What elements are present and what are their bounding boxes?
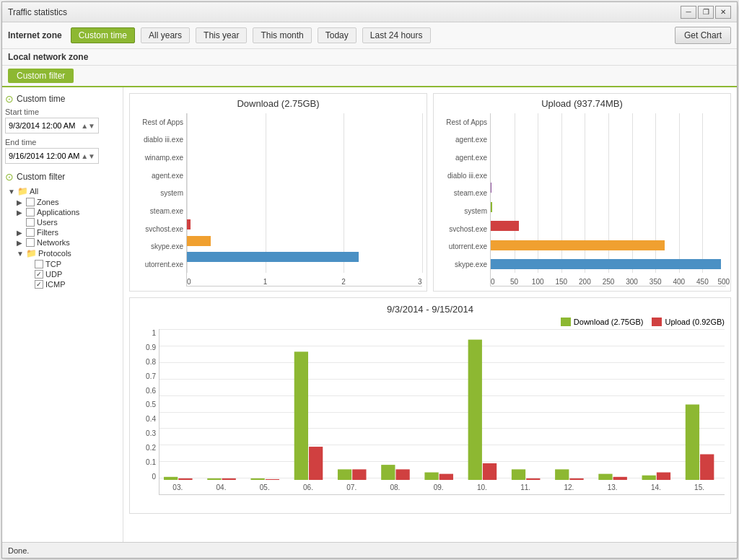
- upload-bar-utorrent: [491, 240, 665, 250]
- download-bar-04.: [207, 478, 221, 480]
- tree-label-users: Users: [37, 218, 58, 227]
- arrow-protocols: ▼: [17, 250, 24, 258]
- sidebar: ⊙ Custom time Start time 9/3/2014 12:00 …: [2, 87, 123, 542]
- start-time-input[interactable]: 9/3/2014 12:00 AM ▲▼: [5, 118, 99, 134]
- tree-item-applications[interactable]: ▶ Applications: [17, 207, 120, 217]
- download-bar-09.: [424, 473, 438, 480]
- svg-text:15.: 15.: [694, 484, 704, 491]
- tree-item-protocols[interactable]: ▼ 📁 Protocols: [17, 248, 120, 259]
- download-x-2: 2: [341, 278, 346, 286]
- download-chart-panel: Download (2.75GB) Rest of Apps diablo ii…: [129, 93, 427, 292]
- tree-item-all[interactable]: ▼ 📁 All: [8, 185, 120, 197]
- tree-item-icmp[interactable]: ✓ ICMP: [25, 279, 120, 289]
- arrow-all: ▼: [8, 188, 15, 196]
- upload-chart-body: Rest of Apps agent.exe agent.exe diablo …: [438, 113, 726, 286]
- tree-item-zones[interactable]: ▶ Zones: [17, 197, 120, 207]
- download-grid-1: [266, 113, 266, 273]
- tree-item-tcp[interactable]: TCP: [25, 259, 120, 269]
- legend-upload: Upload (0.92GB): [652, 318, 725, 326]
- custom-time-section: ⊙ Custom time Start time 9/3/2014 12:00 …: [5, 93, 120, 164]
- tree-item-networks[interactable]: ▶ Networks: [17, 237, 120, 248]
- tab-today[interactable]: Today: [318, 27, 357, 43]
- download-x-3: 3: [418, 278, 422, 286]
- checkbox-applications[interactable]: [26, 208, 35, 216]
- download-bar-14.: [642, 476, 656, 480]
- collapse-icon[interactable]: ⊙: [5, 93, 14, 105]
- download-x-0: 0: [187, 278, 191, 286]
- tab-this-year[interactable]: This year: [196, 27, 247, 43]
- download-bar-area: 0 1 2 3: [186, 113, 422, 286]
- upload-bar-15.: [700, 454, 714, 480]
- svg-text:09.: 09.: [434, 484, 444, 491]
- tab-last-24-hours[interactable]: Last 24 hours: [362, 27, 431, 43]
- tab-custom-time[interactable]: Custom time: [71, 27, 135, 43]
- download-grid-2: [344, 113, 344, 273]
- upload-bar-12.: [569, 478, 583, 480]
- filter-collapse-icon[interactable]: ⊙: [5, 171, 14, 183]
- download-bar-svchost: [187, 219, 191, 229]
- checkbox-tcp[interactable]: [35, 260, 43, 268]
- end-time-input[interactable]: 9/16/2014 12:00 AM ▲▼: [5, 148, 99, 164]
- tab-this-month[interactable]: This month: [253, 27, 311, 43]
- checkbox-icmp[interactable]: ✓: [35, 280, 43, 289]
- upload-x-100: 100: [532, 278, 544, 286]
- legend-download-label: Download (2.75GB): [574, 318, 644, 326]
- vbar-chart-wrap: 1 0.9 0.8 0.7 0.6 0.5 0.4 0.3 0.2 0.1 0: [136, 329, 725, 495]
- download-bar-utorrent: [187, 252, 359, 262]
- chart-legend: Download (2.75GB) Upload (0.92GB): [136, 318, 725, 326]
- arrow-zones: ▶: [17, 198, 24, 206]
- download-grid-0: [187, 113, 188, 273]
- status-text: Done.: [8, 546, 29, 555]
- download-bar-08.: [381, 465, 395, 480]
- svg-text:12.: 12.: [564, 484, 574, 491]
- svg-text:05.: 05.: [260, 484, 270, 491]
- upload-bar-09.: [440, 474, 453, 480]
- main-window: Traffic statistics ─ ❐ ✕ Internet zone C…: [1, 1, 738, 559]
- main-content: ⊙ Custom time Start time 9/3/2014 12:00 …: [2, 87, 737, 542]
- svg-text:11.: 11.: [520, 484, 530, 491]
- bottom-chart-title: 9/3/2014 - 9/15/2014: [136, 304, 725, 315]
- upload-bar-07.: [352, 469, 366, 480]
- tree-label-applications: Applications: [37, 208, 79, 216]
- download-bar-06.: [294, 351, 308, 480]
- tree-item-filters[interactable]: ▶ Filters: [17, 227, 120, 237]
- checkbox-filters[interactable]: [26, 228, 35, 237]
- tree-label-icmp: ICMP: [45, 280, 66, 289]
- svg-text:13.: 13.: [608, 484, 618, 491]
- get-chart-button[interactable]: Get Chart: [675, 27, 731, 44]
- custom-filter-badge[interactable]: Custom filter: [8, 69, 74, 83]
- vbar-chart: 03.04.05.06.07.08.09.10.11.12.13.14.15.: [159, 329, 725, 495]
- top-charts-row: Download (2.75GB) Rest of Apps diablo ii…: [129, 93, 731, 292]
- upload-bar-06.: [309, 447, 323, 480]
- upload-x-250: 250: [603, 278, 615, 286]
- legend-download: Download (2.75GB): [561, 318, 644, 326]
- upload-grid-9: [702, 113, 703, 273]
- tree-label-tcp: TCP: [45, 260, 61, 268]
- tree-label-udp: UDP: [45, 270, 62, 279]
- tree-item-users[interactable]: Users: [17, 217, 120, 227]
- download-y-labels: Rest of Apps diablo iii.exe winamp.exe a…: [134, 113, 186, 286]
- download-x-1: 1: [263, 278, 268, 286]
- start-time-label: Start time: [5, 108, 120, 116]
- upload-bar-11.: [526, 478, 540, 480]
- close-button[interactable]: ✕: [715, 6, 731, 19]
- upload-chart-panel: Upload (937.74MB) Rest of Apps agent.exe…: [433, 93, 731, 292]
- tree-item-udp[interactable]: ✓ UDP: [25, 269, 120, 279]
- upload-bar-04.: [222, 478, 236, 480]
- tree-label-zones: Zones: [37, 198, 59, 206]
- checkbox-zones[interactable]: [26, 198, 35, 206]
- upload-x-0: 0: [491, 278, 495, 286]
- tab-all-years[interactable]: All years: [141, 27, 190, 43]
- restore-button[interactable]: ❐: [698, 6, 714, 19]
- internet-zone-label: Internet zone: [8, 30, 62, 40]
- arrow-networks: ▶: [17, 239, 24, 247]
- checkbox-udp[interactable]: ✓: [35, 270, 43, 279]
- minimize-button[interactable]: ─: [681, 6, 696, 19]
- checkbox-users[interactable]: [26, 218, 35, 227]
- checkbox-networks[interactable]: [26, 238, 35, 247]
- upload-bar-14.: [657, 473, 670, 480]
- filter-row: Custom filter: [2, 66, 737, 87]
- folder-icon-protocols: 📁: [26, 248, 36, 258]
- download-bar-03.: [164, 477, 178, 480]
- upload-bar-system: [491, 202, 492, 212]
